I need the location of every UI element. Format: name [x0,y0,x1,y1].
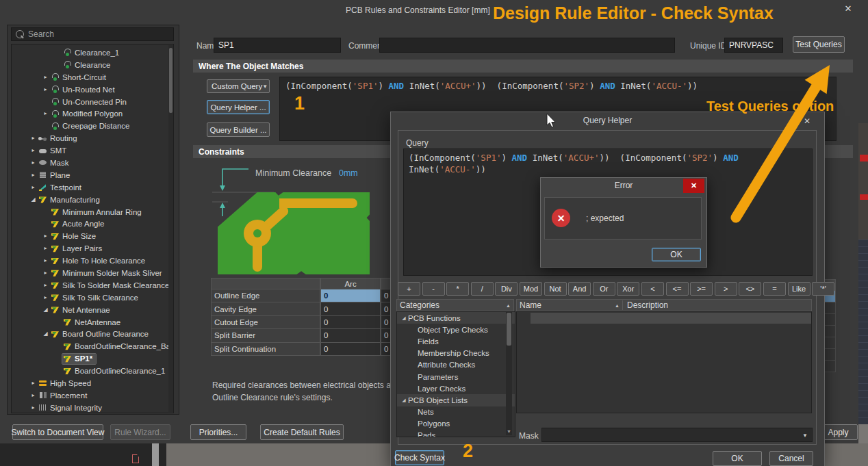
query-helper-button[interactable]: Query Helper ... [207,100,270,114]
tree-item-board-outline-clearance[interactable]: ◢Board Outline Clearance [12,328,173,340]
operator-button-[interactable]: * [446,282,469,296]
tree-item-modified-polygon[interactable]: ▸Modified Polygon [12,107,173,120]
tree-item-boardoutlineclearance-badma[interactable]: BoardOutlineClearance_Badma [12,340,173,352]
tree-item-short-circuit[interactable]: ▸Short-Circuit [12,71,173,83]
error-titlebar[interactable]: Error [541,178,706,193]
expanded-arrow-icon[interactable]: ◢ [41,328,50,340]
tree-item-testpoint[interactable]: ▸Testpoint [12,181,173,194]
categories-header[interactable]: Categories ▲ [396,299,514,311]
category-item-pads[interactable]: Pads [397,430,515,437]
tree-item-smt[interactable]: ▸SMT [12,144,173,157]
operator-button-[interactable]: >= [690,282,713,296]
operator-button-[interactable]: / [471,282,494,296]
operator-button-[interactable]: '*' [812,282,834,296]
switch-to-document-view-button[interactable]: Switch to Document View [12,424,103,440]
collapsed-arrow-icon[interactable]: ▸ [41,71,50,83]
rule-wizard-button[interactable]: Rule Wizard... [110,424,170,440]
category-item-nets[interactable]: Nets [397,406,515,418]
collapsed-arrow-icon[interactable]: ▸ [41,83,50,96]
operator-button-like[interactable]: Like [788,282,810,296]
expanded-arrow-icon[interactable]: ◢ [400,398,408,403]
collapsed-arrow-icon[interactable]: ▸ [29,181,38,194]
collapsed-arrow-icon[interactable]: ▸ [41,230,50,242]
priorities-button[interactable]: Priorities... [190,424,246,440]
tree-item-high-speed[interactable]: ▸High Speed [12,377,173,389]
category-item-parameters[interactable]: Parameters [397,371,515,383]
operator-button-not[interactable]: Not [544,282,567,296]
arc-value-cell[interactable]: 0 [320,316,381,329]
arc-value-cell[interactable]: 0 [320,302,381,315]
arc-value-cell[interactable]: 0 [320,343,381,356]
tree-item-boardoutlineclearance-1[interactable]: BoardOutlineClearance_1 [12,365,173,377]
category-item-pcb-functions[interactable]: ◢PCB Functions [397,312,515,324]
collapsed-arrow-icon[interactable]: ▸ [41,279,50,292]
results-list[interactable] [516,311,812,413]
tree-scrollbar[interactable] [168,45,173,412]
collapsed-arrow-icon[interactable]: ▸ [41,107,50,120]
operator-button-xor[interactable]: Xor [617,282,639,296]
check-syntax-button[interactable]: Check Syntax [395,450,444,465]
window-close-icon[interactable]: ✕ [841,1,856,15]
category-item-polygons[interactable]: Polygons [397,418,515,430]
query-helper-titlebar[interactable]: Query Helper [391,112,824,129]
results-description-header[interactable]: Description [623,300,672,310]
operator-button-[interactable]: > [715,282,737,296]
tree-item-layer-pairs[interactable]: ▸Layer Pairs [12,242,173,255]
tree-item-minimum-annular-ring[interactable]: Minimum Annular Ring [12,206,173,218]
expanded-arrow-icon[interactable]: ◢ [29,194,38,206]
tree-item-hole-to-hole-clearance[interactable]: ▸Hole To Hole Clearance [12,255,173,267]
operator-button-or[interactable]: Or [593,282,615,296]
comment-field[interactable] [379,38,675,53]
tree-item-placement[interactable]: ▸Placement [12,389,173,402]
operator-button-[interactable]: <> [739,282,761,296]
operator-button-mod[interactable]: Mod [520,282,542,296]
tree-item-netantennae[interactable]: NetAntennae [12,316,173,328]
test-queries-button[interactable]: Test Queries [793,36,845,53]
query-type-dropdown[interactable]: Custom Query ▼ [207,79,270,93]
tree-item-routing[interactable]: ▸Routing [12,132,173,144]
cancel-button[interactable]: Cancel [769,451,813,466]
tree-item-un-routed-net[interactable]: ▸Un-Routed Net [12,83,173,96]
tree-item-minimum-solder-mask-sliver[interactable]: ▸Minimum Solder Mask Sliver [12,267,173,279]
category-item-membership-checks[interactable]: Membership Checks [397,348,515,359]
background-scrollbar[interactable] [152,443,159,466]
query-builder-button[interactable]: Query Builder ... [207,122,270,137]
collapsed-arrow-icon[interactable]: ▸ [29,377,38,389]
tree-item-manufacturing[interactable]: ◢Manufacturing [12,194,173,206]
tree-item-sp1[interactable]: SP1* [12,352,173,365]
categories-scrollbar[interactable]: ▼ [506,312,512,435]
collapsed-arrow-icon[interactable]: ▸ [29,402,38,413]
name-field[interactable]: SP1 [214,38,341,53]
expanded-arrow-icon[interactable]: ◢ [400,315,408,321]
error-ok-button[interactable]: OK [652,248,701,261]
tree-item-hole-size[interactable]: ▸Hole Size [12,230,173,242]
results-selected-empty-row[interactable] [531,313,811,324]
category-item-attribute-checks[interactable]: Attribute Checks [397,359,515,371]
category-item-fields[interactable]: Fields [397,335,515,347]
ok-button[interactable]: OK [713,451,762,466]
tree-item-silk-to-silk-clearance[interactable]: ▸Silk To Silk Clearance [12,292,173,304]
collapsed-arrow-icon[interactable]: ▸ [29,132,38,144]
arc-value-cell[interactable]: 0 [320,289,381,302]
tree-item-clearance-1[interactable]: Clearance_1 [12,47,173,59]
tree-item-silk-to-solder-mask-clearance[interactable]: ▸Silk To Solder Mask Clearance [12,279,173,292]
tree-item-acute-angle[interactable]: Acute Angle [12,218,173,230]
tree-item-clearance[interactable]: Clearance [12,59,173,71]
operator-button-div[interactable]: Div [495,282,518,296]
category-item-object-type-checks[interactable]: Object Type Checks [397,324,515,335]
operator-button-[interactable]: < [641,282,664,296]
collapsed-arrow-icon[interactable]: ▸ [29,157,38,169]
tree-item-plane[interactable]: ▸Plane [12,169,173,181]
error-close-icon[interactable]: ✕ [683,179,704,193]
tree-item-mask[interactable]: ▸Mask [12,157,173,169]
mask-dropdown[interactable]: ▼ [541,428,813,442]
tree-item-net-antennae[interactable]: ◢Net Antennae [12,304,173,316]
operator-button-[interactable]: = [763,282,786,296]
collapsed-arrow-icon[interactable]: ▸ [41,255,50,267]
tree-item-un-connected-pin[interactable]: Un-Connected Pin [12,96,173,108]
collapsed-arrow-icon[interactable]: ▸ [41,242,50,255]
arc-value-cell[interactable]: 0 [320,329,381,342]
collapsed-arrow-icon[interactable]: ▸ [29,144,38,157]
create-default-rules-button[interactable]: Create Default Rules [260,424,344,440]
collapsed-arrow-icon[interactable]: ▸ [41,267,50,279]
